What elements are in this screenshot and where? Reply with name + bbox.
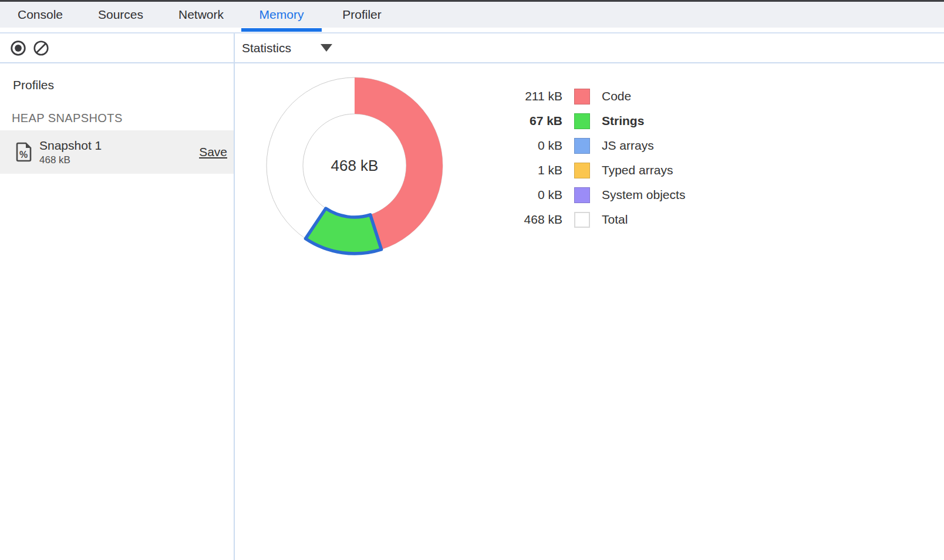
legend-swatch: [574, 212, 590, 228]
legend-value: 67 kB: [505, 114, 562, 128]
legend-label: JS arrays: [602, 139, 654, 153]
statistics-chart-area: 468 kB 211 kBCode67 kBStrings0 kBJS arra…: [235, 63, 944, 559]
legend-value: 0 kB: [505, 188, 562, 202]
clear-profiles-button[interactable]: [33, 40, 49, 56]
legend-label: Strings: [602, 114, 644, 128]
snapshot-size: 468 kB: [39, 154, 102, 166]
perspective-select[interactable]: Statistics: [242, 41, 332, 55]
memory-main-pane: Statistics 468 kB 211 kBCode67 kBStrings…: [235, 33, 944, 560]
legend-swatch: [574, 138, 590, 154]
record-icon: [10, 40, 26, 56]
heap-statistics-pie-chart: 468 kB: [255, 66, 454, 265]
tab-memory[interactable]: Memory: [241, 2, 322, 28]
snapshot-list: %Snapshot 1468 kBSave: [0, 130, 234, 174]
legend-label: Total: [602, 212, 628, 227]
legend-swatch: [574, 163, 590, 178]
tab-sources[interactable]: Sources: [80, 2, 161, 28]
heap-snapshots-section-header: HEAP SNAPSHOTS: [0, 112, 234, 125]
legend-row-system-objects[interactable]: 0 kBSystem objects: [505, 183, 685, 207]
legend-swatch: [574, 89, 590, 104]
legend-label: Code: [602, 89, 631, 103]
snapshot-name: Snapshot 1: [39, 139, 102, 153]
clear-icon: [33, 40, 49, 56]
svg-text:%: %: [19, 150, 28, 160]
legend-value: 0 kB: [505, 139, 562, 153]
chevron-down-icon: [321, 44, 332, 52]
perspective-label: Statistics: [242, 41, 291, 55]
profiles-heading: Profiles: [0, 78, 234, 92]
legend-swatch: [574, 113, 590, 129]
legend-row-code[interactable]: 211 kBCode: [505, 84, 685, 109]
legend-row-total[interactable]: 468 kBTotal: [505, 207, 685, 232]
legend-label: Typed arrays: [602, 163, 673, 177]
legend-row-typed-arrays[interactable]: 1 kBTyped arrays: [505, 158, 685, 183]
snapshot-text: Snapshot 1468 kB: [39, 139, 102, 166]
pie-center-label: 468 kB: [331, 157, 379, 174]
legend-row-strings[interactable]: 67 kBStrings: [505, 109, 685, 133]
legend-swatch: [574, 187, 590, 203]
profiles-sidebar: Profiles HEAP SNAPSHOTS %Snapshot 1468 k…: [0, 33, 234, 560]
devtools-tabbar: ConsoleSourcesNetworkMemoryProfiler: [0, 2, 944, 28]
snapshot-save-link[interactable]: Save: [199, 145, 227, 159]
legend-label: System objects: [602, 188, 685, 202]
legend-value: 211 kB: [505, 89, 562, 103]
tab-console[interactable]: Console: [0, 2, 80, 28]
legend-value: 468 kB: [505, 212, 562, 227]
profiles-toolbar: [0, 33, 234, 63]
legend-row-js-arrays[interactable]: 0 kBJS arrays: [505, 133, 685, 158]
tab-network[interactable]: Network: [161, 2, 241, 28]
heap-snapshot-icon: %: [16, 142, 32, 162]
statistics-toolbar: Statistics: [235, 33, 944, 63]
legend-value: 1 kB: [505, 163, 562, 177]
tab-profiler[interactable]: Profiler: [322, 2, 402, 28]
pie-legend: 211 kBCode67 kBStrings0 kBJS arrays1 kBT…: [505, 84, 685, 232]
snapshot-item[interactable]: %Snapshot 1468 kBSave: [0, 130, 234, 174]
record-heap-snapshot-button[interactable]: [10, 40, 26, 56]
